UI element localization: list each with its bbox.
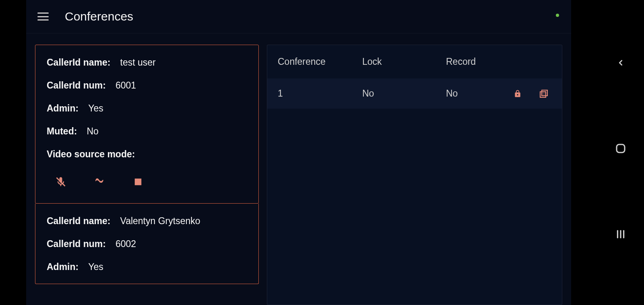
menu-icon[interactable] [37, 12, 49, 21]
admin-row: Admin: Yes [47, 262, 247, 272]
callerid-name-row: CallerId name: Valentyn Grytsenko [47, 216, 247, 227]
callerid-num-label: CallerId num: [47, 80, 106, 91]
cell-conference: 1 [278, 88, 362, 99]
video-source-mode-row: Video source mode: [47, 149, 247, 160]
callerid-num-row: CallerId num: 6002 [47, 239, 247, 249]
admin-label: Admin: [47, 262, 78, 272]
table-row[interactable]: 1 No No [267, 78, 562, 109]
participant-card[interactable]: CallerId name: Valentyn Grytsenko Caller… [35, 204, 259, 284]
muted-label: Muted: [47, 126, 77, 137]
callerid-name-value: Valentyn Grytsenko [120, 216, 200, 227]
callerid-num-value: 6002 [116, 239, 136, 249]
participant-card[interactable]: CallerId name: test user CallerId num: 6… [35, 45, 259, 204]
column-lock-header: Lock [362, 56, 446, 67]
participants-panel: CallerId name: test user CallerId num: 6… [35, 45, 259, 305]
svg-rect-3 [542, 90, 547, 96]
video-source-mode-label: Video source mode: [47, 149, 135, 160]
recents-icon[interactable] [614, 228, 627, 241]
conferences-table: Conference Lock Record 1 No No [267, 45, 562, 305]
windows-icon[interactable] [539, 89, 548, 99]
muted-value: No [87, 126, 98, 137]
column-conference-header: Conference [278, 56, 362, 67]
callerid-num-value: 6001 [116, 80, 136, 91]
home-icon[interactable] [614, 142, 627, 155]
callerid-name-label: CallerId name: [47, 216, 111, 227]
svg-rect-6 [617, 144, 625, 152]
cell-record: No [446, 88, 499, 99]
back-icon[interactable] [614, 56, 627, 69]
muted-row: Muted: No [47, 126, 247, 137]
callerid-name-label: CallerId name: [47, 57, 111, 68]
callerid-num-row: CallerId num: 6001 [47, 80, 247, 91]
callerid-name-row: CallerId name: test user [47, 57, 247, 68]
header: Conferences [26, 0, 571, 33]
mute-toggle-icon[interactable] [55, 176, 67, 188]
body-area: CallerId name: test user CallerId num: 6… [26, 33, 571, 305]
video-icon[interactable] [93, 176, 105, 188]
status-indicator-dot [556, 14, 559, 17]
svg-rect-1 [135, 179, 142, 185]
admin-value: Yes [88, 262, 103, 272]
stop-icon[interactable] [132, 176, 144, 188]
page-title: Conferences [65, 10, 133, 23]
admin-label: Admin: [47, 103, 78, 114]
admin-value: Yes [88, 103, 103, 114]
callerid-name-value: test user [120, 57, 156, 68]
participant-actions [47, 176, 247, 192]
system-nav-bar [597, 0, 644, 305]
column-record-header: Record [446, 56, 499, 67]
lock-icon[interactable] [514, 89, 523, 99]
table-header: Conference Lock Record [267, 45, 562, 78]
cell-lock: No [362, 88, 446, 99]
admin-row: Admin: Yes [47, 103, 247, 114]
callerid-num-label: CallerId num: [47, 239, 106, 249]
